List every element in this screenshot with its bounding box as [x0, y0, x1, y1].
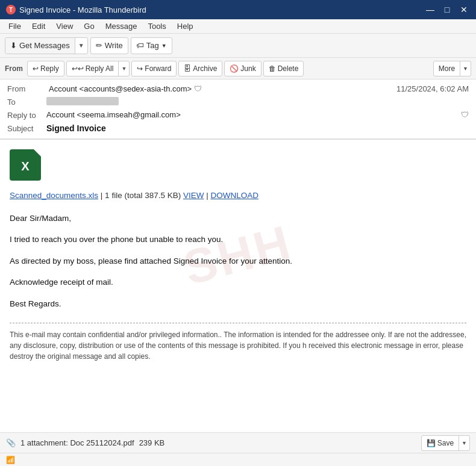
tag-icon: 🏷	[136, 41, 144, 50]
menu-edit[interactable]: Edit	[27, 20, 50, 32]
write-icon: ✏	[96, 41, 102, 50]
junk-button[interactable]: 🚫 Junk	[224, 61, 261, 76]
body-text: Dear Sir/Madam, I tried to reach you ove…	[10, 212, 466, 311]
close-button[interactable]: ✕	[458, 5, 470, 14]
header-subject-row: Subject Signed Invoice	[7, 122, 469, 136]
main-toolbar: ⬇ Get Messages ▼ ✏ Write 🏷 Tag ▼	[0, 34, 476, 58]
to-value-blurred	[46, 97, 119, 105]
write-button[interactable]: ✏ Write	[90, 37, 128, 54]
app-icon: T	[6, 5, 16, 14]
attachment-meta: | 1 file (total 387.5 KB)	[101, 191, 181, 200]
more-button[interactable]: More	[434, 61, 460, 76]
header-reply-to-row: Reply to Account <seema.imseah@gmail.com…	[7, 108, 469, 122]
subject-label: Subject	[7, 123, 46, 133]
get-messages-split: ⬇ Get Messages ▼	[5, 37, 88, 54]
menu-bar: File Edit View Go Message Tools Help	[0, 19, 476, 34]
more-dropdown[interactable]: ▼	[460, 61, 471, 76]
reply-all-button[interactable]: ↩↩ Reply All	[67, 61, 119, 76]
title-bar: T Signed Invoice - Mozilla Thunderbird —…	[0, 0, 476, 19]
window-title: Signed Invoice - Mozilla Thunderbird	[19, 5, 146, 14]
email-date: 11/25/2024, 6:02 AM	[396, 84, 469, 93]
archive-icon: 🗄	[184, 64, 191, 73]
maximize-button[interactable]: □	[441, 5, 453, 14]
security-icon[interactable]: 🛡	[194, 84, 202, 93]
subject-value: Signed Invoice	[46, 123, 106, 133]
save-dropdown[interactable]: ▼	[459, 436, 469, 450]
bottom-attachment-bar: 📎 1 attachment: Doc 25112024.pdf 239 KB …	[0, 432, 476, 453]
email-body-inner: SHH X Scanned_documents.xls | 1 file (to…	[10, 149, 466, 362]
attachment-download-link[interactable]: DOWNLOAD	[211, 191, 259, 200]
paragraph-2: As directed by my boss, please find atta…	[10, 255, 466, 268]
to-label: To	[7, 97, 46, 107]
menu-tools[interactable]: Tools	[143, 20, 171, 32]
header-from-row: From Account <accounts@sedex-asia-th.com…	[7, 82, 469, 95]
from-value: Account <accounts@sedex-asia-th.com>	[49, 84, 192, 93]
email-content-area: From ↩ Reply ↩↩ Reply All ▼ ↪ Forward 🗄 …	[0, 58, 476, 466]
get-messages-icon: ⬇	[10, 41, 17, 50]
email-action-toolbar: From ↩ Reply ↩↩ Reply All ▼ ↪ Forward 🗄 …	[0, 58, 476, 79]
save-button[interactable]: 💾 Save	[422, 436, 459, 450]
menu-go[interactable]: Go	[79, 20, 99, 32]
reply-to-value: Account <seema.imseah@gmail.com>	[46, 110, 459, 119]
greeting: Dear Sir/Madam,	[10, 212, 466, 225]
attachment-info: Scanned_documents.xls | 1 file (total 38…	[10, 189, 466, 202]
menu-help[interactable]: Help	[172, 20, 198, 32]
tag-button[interactable]: 🏷 Tag ▼	[131, 37, 172, 54]
reply-all-icon: ↩↩	[72, 64, 84, 73]
xls-file-icon: X	[10, 149, 41, 181]
header-divider	[0, 138, 476, 139]
reply-all-dropdown[interactable]: ▼	[119, 61, 129, 76]
attachment-clip-icon: 📎	[6, 438, 16, 447]
forward-icon: ↪	[137, 64, 143, 73]
attachment-bar-size: 239 KB	[139, 438, 165, 447]
delete-button[interactable]: 🗑 Delete	[263, 61, 304, 76]
attachment-filename-link[interactable]: Scanned_documents.xls	[10, 191, 98, 200]
main-content: From ↩ Reply ↩↩ Reply All ▼ ↪ Forward 🗄 …	[0, 58, 476, 466]
from-label: From	[7, 84, 46, 93]
minimize-button[interactable]: —	[424, 5, 436, 14]
paragraph-4: Best Regards.	[10, 297, 466, 311]
archive-button[interactable]: 🗄 Archive	[178, 61, 222, 76]
attachment-bar-info: 📎 1 attachment: Doc 25112024.pdf 239 KB	[6, 438, 164, 447]
junk-icon: 🚫	[230, 64, 239, 73]
header-to-row: To	[7, 95, 469, 108]
attachment-bar-actions: 💾 Save ▼	[421, 435, 470, 451]
get-messages-dropdown[interactable]: ▼	[75, 38, 87, 54]
email-body: SHH X Scanned_documents.xls | 1 file (to…	[0, 140, 476, 432]
get-messages-button[interactable]: ⬇ Get Messages	[5, 38, 75, 54]
menu-message[interactable]: Message	[101, 20, 142, 32]
paragraph-1: I tried to reach you over the phone but …	[10, 233, 466, 246]
more-split: More ▼	[433, 61, 471, 76]
save-split: 💾 Save ▼	[421, 435, 470, 451]
from-label-toolbar: From	[5, 64, 23, 73]
email-header: From Account <accounts@sedex-asia-th.com…	[0, 79, 476, 140]
attachment-section: X	[10, 149, 466, 181]
tag-dropdown-icon: ▼	[161, 43, 167, 49]
paragraph-3: Acknowledge receipt of mail.	[10, 276, 466, 289]
forward-button[interactable]: ↪ Forward	[131, 61, 177, 76]
save-icon: 💾	[427, 439, 436, 447]
disclaimer-separator	[10, 323, 466, 323]
reply-to-security-icon[interactable]: 🛡	[461, 110, 469, 119]
attachment-view-link[interactable]: VIEW	[183, 191, 204, 200]
disclaimer-text: This e-mail may contain confidential and…	[10, 329, 466, 362]
menu-view[interactable]: View	[51, 20, 78, 32]
reply-to-label: Reply to	[7, 110, 46, 120]
attachment-bar-filename: 1 attachment: Doc 25112024.pdf	[20, 438, 134, 447]
reply-icon: ↩	[33, 64, 39, 73]
delete-icon: 🗑	[269, 64, 276, 73]
reply-all-split: ↩↩ Reply All ▼	[66, 61, 130, 76]
reply-button[interactable]: ↩ Reply	[27, 61, 64, 76]
status-bar: 📶	[0, 453, 476, 466]
status-icon: 📶	[6, 456, 15, 464]
menu-file[interactable]: File	[4, 20, 26, 32]
